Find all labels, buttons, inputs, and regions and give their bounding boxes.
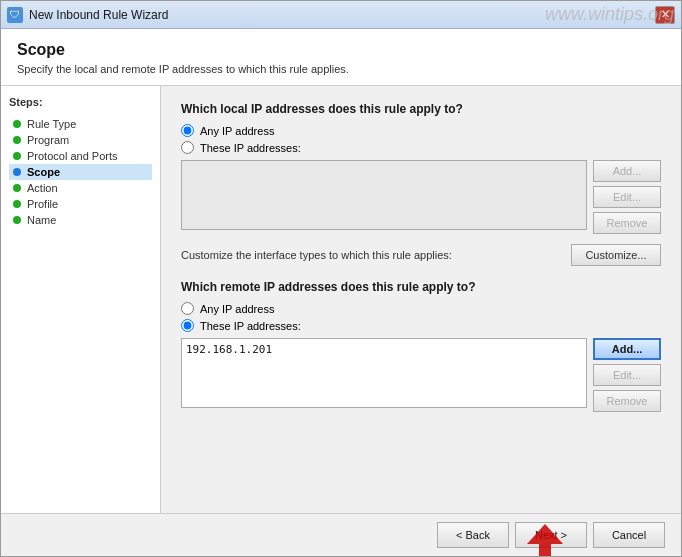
next-arrow-indicator xyxy=(527,524,563,556)
sidebar-label-name: Name xyxy=(27,214,56,226)
local-ip-btn-group: Add... Edit... Remove xyxy=(593,160,661,234)
local-any-row: Any IP address xyxy=(181,124,661,137)
remote-these-row: These IP addresses: xyxy=(181,319,661,332)
main-layout: Scope Specify the local and remote IP ad… xyxy=(1,29,681,556)
customize-button[interactable]: Customize... xyxy=(571,244,661,266)
footer: < Back Next > Cancel xyxy=(1,513,681,556)
dot-protocol xyxy=(13,152,21,160)
window-icon: 🛡 xyxy=(7,7,23,23)
local-these-row: These IP addresses: xyxy=(181,141,661,154)
remote-these-radio[interactable] xyxy=(181,319,194,332)
sidebar-label-protocol: Protocol and Ports xyxy=(27,150,118,162)
title-bar-text: New Inbound Rule Wizard xyxy=(29,8,655,22)
remote-ip-textarea[interactable]: 192.168.1.201 xyxy=(181,338,587,408)
dot-action xyxy=(13,184,21,192)
cancel-button[interactable]: Cancel xyxy=(593,522,665,548)
right-panel: Which local IP addresses does this rule … xyxy=(161,86,681,513)
remote-ip-radio-group: Any IP address These IP addresses: xyxy=(181,302,661,332)
sidebar-item-protocol[interactable]: Protocol and Ports xyxy=(9,148,152,164)
window: 🛡 New Inbound Rule Wizard ✕ www.wintips.… xyxy=(0,0,682,557)
back-button[interactable]: < Back xyxy=(437,522,509,548)
local-these-label[interactable]: These IP addresses: xyxy=(200,142,301,154)
sidebar-item-ruletype[interactable]: Rule Type xyxy=(9,116,152,132)
svg-marker-0 xyxy=(527,524,563,556)
customize-row: Customize the interface types to which t… xyxy=(181,244,661,266)
local-ip-title: Which local IP addresses does this rule … xyxy=(181,102,661,116)
local-remove-button[interactable]: Remove xyxy=(593,212,661,234)
page-subtitle: Specify the local and remote IP addresse… xyxy=(17,63,665,75)
sidebar-label-program: Program xyxy=(27,134,69,146)
remote-ip-title: Which remote IP addresses does this rule… xyxy=(181,280,661,294)
dot-ruletype xyxy=(13,120,21,128)
remote-remove-button[interactable]: Remove xyxy=(593,390,661,412)
sidebar-item-action[interactable]: Action xyxy=(9,180,152,196)
local-ip-box-area: Add... Edit... Remove xyxy=(181,160,661,234)
dot-profile xyxy=(13,200,21,208)
local-any-label[interactable]: Any IP address xyxy=(200,125,274,137)
sidebar-item-scope[interactable]: Scope xyxy=(9,164,152,180)
sidebar-label-scope: Scope xyxy=(27,166,60,178)
sidebar-item-profile[interactable]: Profile xyxy=(9,196,152,212)
sidebar-label-profile: Profile xyxy=(27,198,58,210)
page-title: Scope xyxy=(17,41,665,59)
sidebar-item-name[interactable]: Name xyxy=(9,212,152,228)
local-add-button[interactable]: Add... xyxy=(593,160,661,182)
local-ip-textarea[interactable] xyxy=(181,160,587,230)
remote-ip-box-area: 192.168.1.201 Add... Edit... Remove xyxy=(181,338,661,412)
sidebar-item-program[interactable]: Program xyxy=(9,132,152,148)
dot-name xyxy=(13,216,21,224)
remote-any-label[interactable]: Any IP address xyxy=(200,303,274,315)
local-ip-radio-group: Any IP address These IP addresses: xyxy=(181,124,661,154)
remote-any-radio[interactable] xyxy=(181,302,194,315)
customize-label: Customize the interface types to which t… xyxy=(181,249,571,261)
local-these-radio[interactable] xyxy=(181,141,194,154)
dot-program xyxy=(13,136,21,144)
steps-label: Steps: xyxy=(9,96,152,108)
header-section: Scope Specify the local and remote IP ad… xyxy=(1,29,681,86)
close-button[interactable]: ✕ xyxy=(655,6,675,24)
sidebar: Steps: Rule Type Program Protocol and Po… xyxy=(1,86,161,513)
title-bar: 🛡 New Inbound Rule Wizard ✕ xyxy=(1,1,681,29)
sidebar-label-action: Action xyxy=(27,182,58,194)
local-any-radio[interactable] xyxy=(181,124,194,137)
body-area: Steps: Rule Type Program Protocol and Po… xyxy=(1,86,681,513)
remote-add-button[interactable]: Add... xyxy=(593,338,661,360)
local-edit-button[interactable]: Edit... xyxy=(593,186,661,208)
remote-edit-button[interactable]: Edit... xyxy=(593,364,661,386)
remote-any-row: Any IP address xyxy=(181,302,661,315)
remote-ip-btn-group: Add... Edit... Remove xyxy=(593,338,661,412)
remote-these-label[interactable]: These IP addresses: xyxy=(200,320,301,332)
dot-scope xyxy=(13,168,21,176)
sidebar-label-ruletype: Rule Type xyxy=(27,118,76,130)
